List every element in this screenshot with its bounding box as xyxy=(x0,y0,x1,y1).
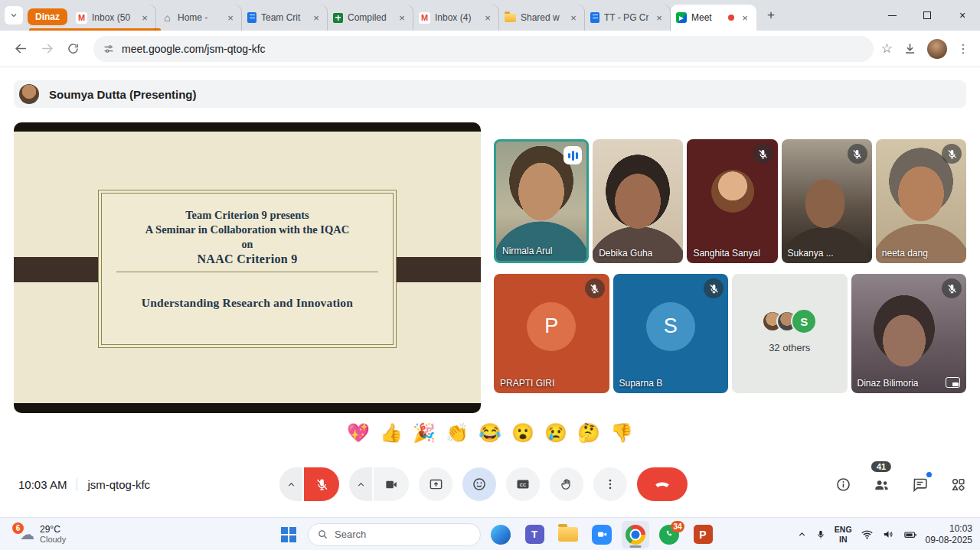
close-button[interactable]: × xyxy=(945,0,980,31)
letter-avatar: S xyxy=(791,308,817,334)
participant-tile-suparna-b[interactable]: S Suparna B xyxy=(613,274,729,393)
minimize-button[interactable] xyxy=(874,0,910,31)
taskbar-app-chrome[interactable] xyxy=(622,521,649,548)
tab-team-crit[interactable]: Team Crit × xyxy=(242,5,328,31)
chat-panel-button[interactable] xyxy=(910,474,929,494)
taskbar-app-powerpoint[interactable]: P xyxy=(689,521,717,548)
maximize-button[interactable] xyxy=(910,0,945,31)
slide-bottom-strip xyxy=(14,403,481,413)
start-button[interactable] xyxy=(276,521,302,548)
tab-close-icon[interactable]: × xyxy=(139,11,151,24)
taskbar-search[interactable]: Search xyxy=(308,523,481,546)
tab-close-icon[interactable]: × xyxy=(396,11,408,24)
participant-tile-dinaz-bilimoria[interactable]: Dinaz Bilimoria xyxy=(851,274,967,393)
taskbar-app-explorer[interactable] xyxy=(554,521,582,548)
tray-mic-in-use-icon[interactable] xyxy=(815,529,826,540)
captions-button[interactable]: CC xyxy=(506,467,540,501)
shared-screen-presentation[interactable]: Team Criterion 9 presents A Seminar in C… xyxy=(14,122,481,413)
meet-control-bar: 10:03 AM jsm-qtog-kfc xyxy=(0,457,980,511)
camera-options-button[interactable] xyxy=(349,467,372,501)
reaction-laugh[interactable]: 😂 xyxy=(479,421,501,445)
meeting-details-button[interactable] xyxy=(833,474,853,494)
tab-close-icon[interactable]: × xyxy=(310,11,322,24)
download-icon[interactable] xyxy=(903,41,917,56)
tab-close-icon[interactable]: × xyxy=(653,11,665,24)
reaction-heart[interactable]: 💖 xyxy=(347,421,370,445)
participant-tile-sanghita-sanyal[interactable]: Sanghita Sanyal xyxy=(687,139,777,263)
tab-close-icon[interactable]: × xyxy=(739,11,751,24)
divider xyxy=(77,478,77,491)
tab-tt-pg[interactable]: TT - PG Cr × xyxy=(585,5,671,31)
participant-tile-debika-guha[interactable]: Debika Guha xyxy=(593,139,683,263)
taskbar-app-zoom[interactable] xyxy=(588,521,616,548)
tab-close-icon[interactable]: × xyxy=(224,11,237,24)
end-call-button[interactable] xyxy=(637,467,688,501)
battery-icon[interactable] xyxy=(903,528,917,542)
reaction-thumbs-up[interactable]: 👍 xyxy=(380,421,403,445)
docs-icon xyxy=(247,12,256,23)
letter-avatar: S xyxy=(646,302,695,351)
participant-tile-32-others[interactable]: S 32 others xyxy=(732,274,848,393)
reaction-thumbs-down[interactable]: 👎 xyxy=(610,421,633,445)
reaction-thinking[interactable]: 🤔 xyxy=(577,421,600,445)
activities-panel-button[interactable] xyxy=(948,474,968,494)
raise-hand-button[interactable] xyxy=(550,467,583,501)
volume-icon[interactable] xyxy=(882,528,895,541)
slide-line-1: Team Criterion 9 presents xyxy=(99,208,396,223)
tab-close-icon[interactable]: × xyxy=(482,11,494,24)
tab-close-icon[interactable]: × xyxy=(567,11,580,24)
taskbar-app-teams[interactable]: T xyxy=(521,521,548,548)
present-screen-button[interactable] xyxy=(419,467,452,501)
browser-menu-icon[interactable]: ⋮ xyxy=(957,41,969,56)
tab-label: Home - xyxy=(178,12,220,23)
mic-mute-button[interactable] xyxy=(304,467,339,501)
new-tab-button[interactable]: + xyxy=(761,5,781,25)
camera-toggle-button[interactable] xyxy=(374,467,409,501)
wifi-icon[interactable] xyxy=(861,528,874,541)
participant-tile-prapti-giri[interactable]: P PRAPTI GIRI xyxy=(494,274,609,393)
forward-arrow-icon xyxy=(40,41,54,56)
tab-search-button[interactable] xyxy=(5,6,23,24)
participant-tile-sukanya[interactable]: Sukanya ... xyxy=(782,139,872,263)
end-call-icon xyxy=(653,475,671,493)
participant-tile-nirmala-arul[interactable]: Nirmala Arul xyxy=(494,139,589,263)
slide-title-box: Team Criterion 9 presents A Seminar in C… xyxy=(98,190,397,348)
maximize-icon xyxy=(923,11,931,19)
mic-off-icon xyxy=(753,144,773,164)
site-info-icon[interactable] xyxy=(103,43,115,55)
chevron-up-icon xyxy=(356,480,366,490)
tray-chevron-button[interactable] xyxy=(797,529,807,539)
gmail-icon: M xyxy=(76,12,87,24)
slide-subtitle: Understanding Research and Innovation xyxy=(99,296,396,310)
taskbar-clock[interactable]: 10:03 09-08-2025 xyxy=(926,523,972,546)
mic-options-button[interactable] xyxy=(279,467,302,501)
drive-folder-icon xyxy=(505,14,516,22)
more-options-button[interactable] xyxy=(593,467,627,501)
reaction-party[interactable]: 🎉 xyxy=(413,421,436,445)
reactions-button[interactable] xyxy=(462,467,496,501)
tab-meet-active[interactable]: Meet × xyxy=(671,5,756,31)
tab-inbox-50[interactable]: M Inbox (50 × xyxy=(70,5,156,31)
profile-avatar[interactable] xyxy=(927,39,947,59)
reaction-clap[interactable]: 👏 xyxy=(446,421,469,445)
tab-home[interactable]: ⌂ Home - × xyxy=(156,5,242,31)
reaction-surprised[interactable]: 😮 xyxy=(511,421,534,445)
chevron-up-icon xyxy=(797,529,807,539)
participant-tile-neeta-dang[interactable]: neeta dang xyxy=(876,139,966,263)
taskbar-app-whatsapp[interactable]: 34 xyxy=(655,521,683,548)
reload-button[interactable] xyxy=(60,36,86,62)
people-panel-button[interactable]: 41 xyxy=(871,474,891,494)
back-button[interactable] xyxy=(8,36,34,62)
tab-shared[interactable]: Shared w × xyxy=(499,5,585,31)
bookmark-star-icon[interactable]: ☆ xyxy=(881,41,893,57)
weather-widget[interactable]: ☁ 6 29°C Cloudy xyxy=(20,518,66,550)
tab-compiled[interactable]: Compiled × xyxy=(328,5,413,31)
forward-button[interactable] xyxy=(34,36,60,62)
language-indicator[interactable]: ENG IN xyxy=(835,525,852,543)
tab-inbox-4[interactable]: M Inbox (4) × xyxy=(413,5,499,31)
taskbar-app-edge[interactable] xyxy=(487,521,514,548)
weather-temp: 29°C xyxy=(40,524,66,535)
tab-group-dinaz[interactable]: Dinaz xyxy=(28,8,67,25)
reaction-sad[interactable]: 😢 xyxy=(544,421,567,445)
url-bar[interactable]: meet.google.com/jsm-qtog-kfc xyxy=(93,36,874,62)
